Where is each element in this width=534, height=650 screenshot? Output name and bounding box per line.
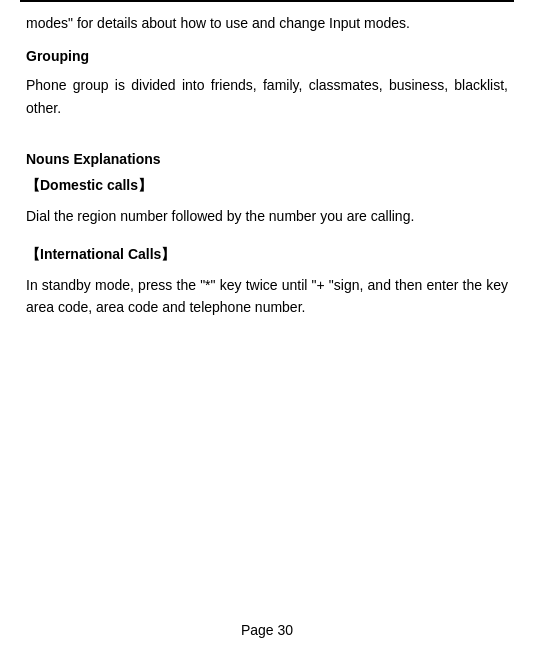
domestic-calls-body: Dial the region number followed by the n… [26, 205, 508, 227]
page-number: Page 30 [0, 622, 534, 638]
domestic-calls-label: 【Domestic calls】 [26, 177, 508, 195]
spacer1 [26, 137, 508, 147]
content-area: modes" for details about how to use and … [20, 12, 514, 318]
grouping-body: Phone group is divided into friends, fam… [26, 74, 508, 119]
grouping-title: Grouping [26, 48, 508, 64]
international-calls-body: In standby mode, press the "*" key twice… [26, 274, 508, 319]
top-border [20, 0, 514, 2]
nouns-title: Nouns Explanations [26, 151, 508, 167]
intro-text: modes" for details about how to use and … [26, 12, 508, 34]
international-calls-label: 【International Calls】 [26, 246, 508, 264]
page-container: modes" for details about how to use and … [0, 0, 534, 650]
